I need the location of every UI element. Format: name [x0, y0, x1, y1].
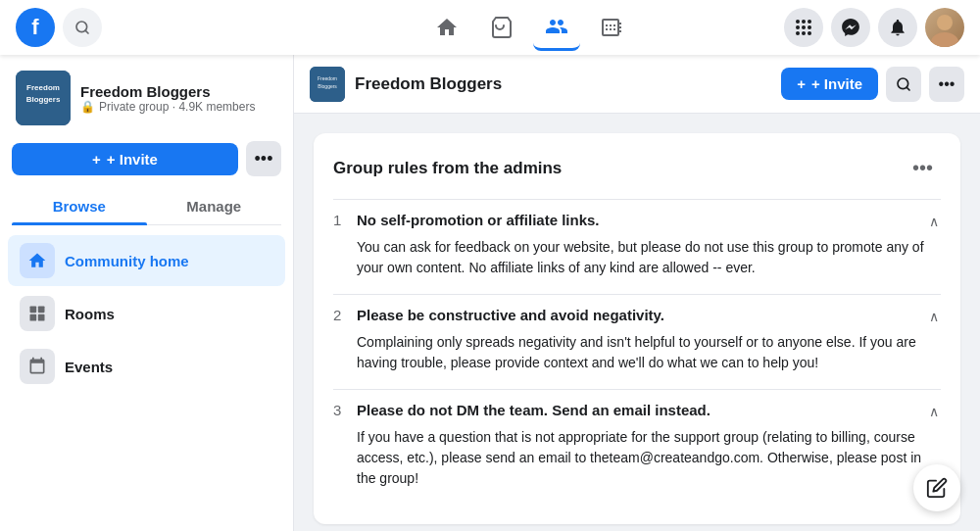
- group-avatar: Freedom Bloggers: [16, 71, 71, 125]
- group-meta: 🔒 Private group · 4.9K members: [80, 100, 277, 114]
- svg-line-1: [85, 30, 88, 33]
- more-options-header-button[interactable]: •••: [929, 67, 964, 102]
- sidebar-item-events[interactable]: Events: [8, 341, 285, 392]
- search-button[interactable]: [63, 8, 102, 47]
- rule-3-body: If you have a question that is not appro…: [333, 427, 941, 489]
- svg-point-4: [808, 20, 811, 24]
- home-nav-icon[interactable]: [423, 4, 470, 51]
- notifications-button[interactable]: [878, 8, 917, 47]
- svg-point-3: [802, 20, 806, 24]
- browse-tab[interactable]: Browse: [12, 188, 147, 224]
- group-header: Freedom Bloggers Freedom Bloggers 🔒 Priv…: [0, 55, 293, 141]
- main-content: Group rules from the admins ••• 1 No sel…: [294, 114, 980, 531]
- svg-point-7: [808, 25, 811, 29]
- rule-1-body: You can ask for feedback on your website…: [333, 237, 941, 278]
- rule-2-title: Please be constructive and avoid negativ…: [357, 307, 664, 323]
- group-name: Freedom Bloggers: [80, 83, 277, 100]
- rules-card-header: Group rules from the admins •••: [333, 153, 941, 183]
- svg-point-6: [802, 25, 806, 29]
- rule-3-chevron[interactable]: ∧: [927, 402, 941, 421]
- rules-menu-button[interactable]: •••: [905, 153, 941, 183]
- group-detail-avatar: FreedomBloggers: [310, 67, 345, 102]
- invite-button[interactable]: + + Invite: [12, 143, 238, 175]
- group-meta-text: Private group · 4.9K members: [99, 100, 255, 114]
- rule-2-number: 2: [333, 307, 349, 323]
- more-options-button[interactable]: •••: [246, 141, 281, 176]
- invite-header-button[interactable]: + + Invite: [781, 68, 878, 100]
- detail-actions: + + Invite •••: [781, 67, 964, 102]
- events-icon: [20, 349, 55, 384]
- svg-line-24: [906, 87, 909, 90]
- svg-rect-16: [30, 307, 37, 314]
- left-sidebar: Freedom Bloggers Freedom Bloggers 🔒 Priv…: [0, 55, 294, 531]
- svg-rect-19: [38, 314, 45, 321]
- rule-divider-3: [333, 389, 941, 390]
- rule-3-title: Please do not DM the team. Send an email…: [357, 402, 710, 418]
- rooms-label: Rooms: [65, 306, 115, 322]
- invite-button-label: + Invite: [107, 151, 158, 168]
- groups-nav-icon[interactable]: [533, 4, 580, 51]
- plus-icon: +: [797, 75, 806, 92]
- events-label: Events: [65, 359, 113, 375]
- svg-point-12: [931, 32, 958, 47]
- plus-icon: +: [92, 151, 101, 168]
- rule-divider-2: [333, 294, 941, 295]
- rule-2-body: Complaining only spreads negativity and …: [333, 332, 941, 373]
- svg-text:Freedom: Freedom: [318, 75, 337, 81]
- group-detail-name: Freedom Bloggers: [355, 74, 781, 94]
- svg-text:Freedom: Freedom: [26, 83, 60, 92]
- messenger-button[interactable]: [831, 8, 870, 47]
- home-icon: [20, 243, 55, 278]
- svg-rect-17: [38, 307, 45, 314]
- sidebar-item-community-home[interactable]: Community home: [8, 235, 285, 286]
- svg-point-10: [808, 31, 811, 35]
- user-avatar[interactable]: [925, 8, 964, 47]
- svg-rect-18: [30, 314, 37, 321]
- marketplace-nav-icon[interactable]: [478, 4, 525, 51]
- sidebar-tabs: Browse Manage: [12, 188, 281, 225]
- lock-icon: 🔒: [80, 100, 95, 114]
- svg-text:Bloggers: Bloggers: [318, 83, 337, 89]
- search-group-button[interactable]: [886, 67, 921, 102]
- rule-item-1: 1 No self-promotion or affiliate links. …: [333, 212, 941, 278]
- rule-3-number: 3: [333, 402, 349, 418]
- rule-2-chevron[interactable]: ∧: [927, 307, 941, 326]
- rule-item-3: 3 Please do not DM the team. Send an ema…: [333, 402, 941, 489]
- manage-tab[interactable]: Manage: [147, 188, 282, 224]
- rule-divider: [333, 199, 941, 200]
- svg-point-8: [796, 31, 800, 35]
- community-home-label: Community home: [65, 253, 189, 269]
- sidebar-nav: Community home Rooms Events: [0, 225, 293, 402]
- facebook-logo[interactable]: f: [16, 8, 55, 47]
- rule-1-title: No self-promotion or affiliate links.: [357, 212, 600, 228]
- svg-point-11: [937, 15, 953, 30]
- rooms-icon: [20, 296, 55, 331]
- grid-menu-button[interactable]: [784, 8, 823, 47]
- sidebar-item-rooms[interactable]: Rooms: [8, 288, 285, 339]
- svg-point-9: [802, 31, 806, 35]
- svg-point-2: [796, 20, 800, 24]
- gaming-nav-icon[interactable]: [588, 4, 635, 51]
- rule-item-2: 2 Please be constructive and avoid negat…: [333, 307, 941, 373]
- rules-card: Group rules from the admins ••• 1 No sel…: [314, 133, 960, 524]
- compose-fab[interactable]: [913, 464, 960, 511]
- invite-header-label: + Invite: [811, 75, 862, 92]
- group-detail-header: FreedomBloggers Freedom Bloggers + + Inv…: [294, 55, 980, 114]
- top-navigation: f: [0, 0, 980, 55]
- svg-text:Bloggers: Bloggers: [26, 95, 61, 104]
- svg-point-5: [796, 25, 800, 29]
- rule-1-number: 1: [333, 212, 349, 228]
- rule-1-chevron[interactable]: ∧: [927, 212, 941, 231]
- rules-card-title: Group rules from the admins: [333, 159, 562, 178]
